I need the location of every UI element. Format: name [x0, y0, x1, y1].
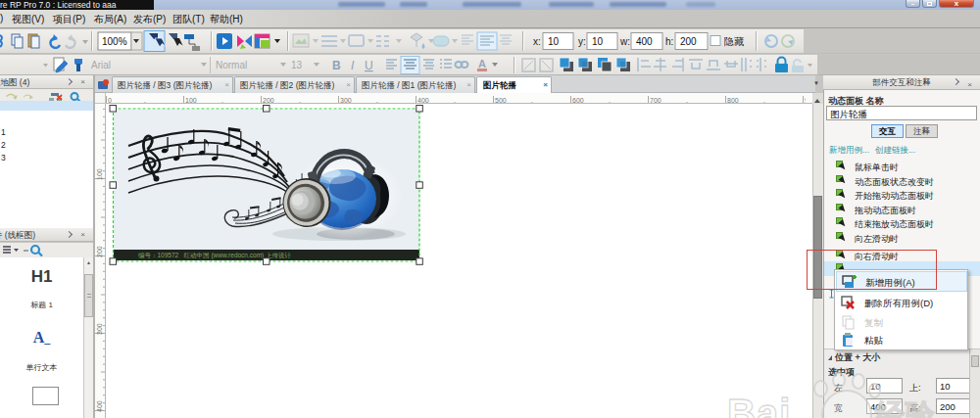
- svg-text:10: 10: [592, 36, 604, 47]
- svg-text:100%: 100%: [102, 36, 127, 47]
- svg-text:200: 200: [680, 36, 697, 47]
- svg-text:900: 900: [805, 97, 806, 104]
- svg-text:200: 200: [96, 246, 103, 257]
- svg-text:400: 400: [96, 400, 103, 412]
- svg-text:600: 600: [572, 97, 584, 104]
- svg-text:100: 100: [96, 168, 103, 180]
- svg-text:500: 500: [495, 97, 507, 104]
- svg-text:I: I: [351, 59, 355, 72]
- svg-text:x:: x:: [533, 36, 541, 47]
- svg-text:Normal: Normal: [216, 60, 247, 70]
- svg-text:y:: y:: [578, 36, 586, 47]
- svg-text:10: 10: [548, 36, 560, 47]
- svg-text:B: B: [332, 59, 341, 72]
- svg-text:13: 13: [291, 60, 303, 70]
- svg-text:300: 300: [96, 323, 103, 335]
- svg-text:A: A: [478, 58, 486, 70]
- svg-text:h:: h:: [665, 36, 673, 47]
- svg-text:Arial: Arial: [91, 60, 111, 70]
- svg-text:400: 400: [636, 36, 653, 47]
- svg-text:700: 700: [650, 97, 662, 104]
- svg-text:800: 800: [727, 97, 739, 104]
- svg-text:隐藏: 隐藏: [724, 36, 744, 47]
- svg-text:U: U: [365, 59, 373, 72]
- svg-text:w:: w:: [619, 36, 630, 47]
